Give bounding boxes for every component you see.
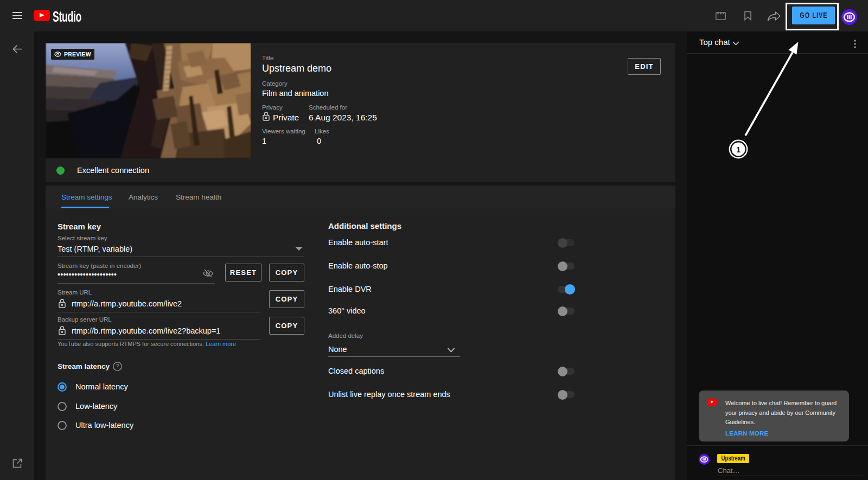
svg-text:1: 1 [736,145,741,154]
svg-text:?: ? [116,363,119,369]
